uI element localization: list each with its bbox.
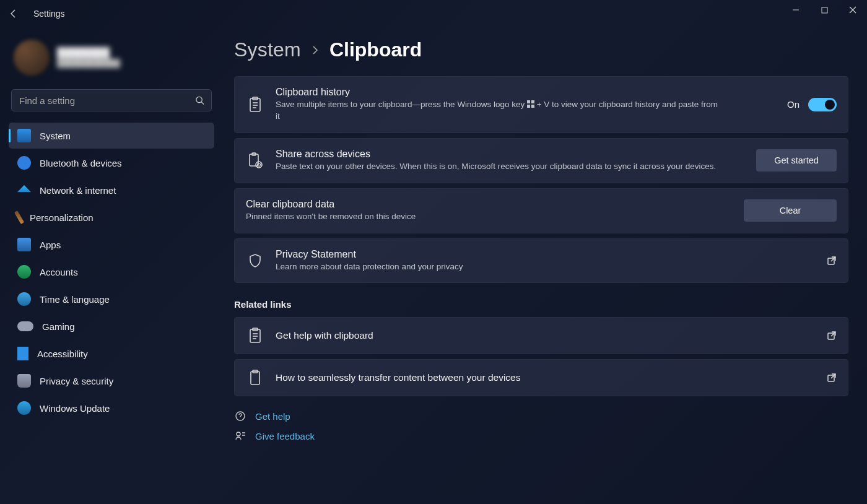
card-desc: Paste text on your other devices. When t…	[276, 161, 721, 173]
svg-rect-1	[822, 7, 827, 13]
nav-accounts[interactable]: Accounts	[9, 259, 214, 285]
back-button[interactable]	[0, 0, 27, 27]
user-profile[interactable]: ████████ ████████████	[9, 33, 214, 87]
update-icon	[17, 401, 31, 415]
nav-label: Accounts	[40, 267, 78, 277]
svg-rect-15	[250, 154, 258, 166]
nav-label: Time & language	[40, 294, 110, 305]
card-title: Share across devices	[276, 149, 756, 160]
close-button[interactable]	[839, 0, 867, 20]
nav-gaming[interactable]: Gaming	[9, 313, 214, 339]
nav-time-language[interactable]: Time & language	[9, 286, 214, 312]
nav-privacy-security[interactable]: Privacy & security	[9, 368, 214, 394]
nav-network-internet[interactable]: Network & internet	[9, 177, 214, 203]
card-title: Clear clipboard data	[246, 199, 744, 210]
feedback-icon	[234, 430, 246, 442]
clock-icon	[17, 292, 31, 306]
shield-icon	[246, 253, 264, 268]
clipboard-history-toggle[interactable]	[808, 98, 837, 111]
nav-system[interactable]: System	[9, 123, 214, 149]
svg-point-4	[196, 97, 202, 102]
maximize-icon	[821, 7, 828, 14]
bluetooth-icon	[17, 156, 31, 170]
related-links-heading: Related links	[234, 299, 848, 310]
card-privacy-statement[interactable]: Privacy Statement Learn more about data …	[234, 238, 848, 284]
search-input[interactable]	[11, 89, 212, 111]
breadcrumb-parent[interactable]: System	[234, 38, 301, 61]
breadcrumb: System Clipboard	[234, 38, 848, 61]
breadcrumb-current: Clipboard	[329, 38, 422, 61]
person-icon	[17, 265, 31, 279]
display-icon	[17, 129, 31, 142]
paintbrush-icon	[14, 211, 24, 224]
related-link-label: How to seamlessly transfer content betwe…	[276, 372, 827, 383]
wifi-icon	[17, 185, 31, 195]
card-title: Privacy Statement	[276, 249, 827, 260]
avatar	[14, 40, 50, 76]
clipboard-icon	[246, 97, 264, 113]
minimize-button[interactable]	[782, 0, 810, 20]
nav-label: Windows Update	[40, 403, 110, 414]
open-external-icon	[827, 256, 837, 266]
related-link-seamless-transfer[interactable]: How to seamlessly transfer content betwe…	[234, 359, 848, 396]
accessibility-icon	[17, 347, 28, 360]
svg-point-29	[237, 432, 240, 436]
gamepad-icon	[17, 321, 33, 331]
clipboard-icon	[246, 370, 264, 386]
arrow-left-icon	[9, 9, 19, 19]
nav-label: Privacy & security	[40, 376, 113, 386]
svg-rect-11	[527, 100, 530, 103]
nav-label: Gaming	[42, 321, 75, 332]
clear-button[interactable]: Clear	[744, 199, 837, 222]
card-title: Clipboard history	[276, 87, 787, 98]
apps-icon	[17, 238, 31, 251]
card-desc: Learn more about data protection and you…	[276, 261, 721, 273]
maximize-button[interactable]	[810, 0, 839, 20]
nav-windows-update[interactable]: Windows Update	[9, 395, 214, 421]
shield-icon	[17, 374, 31, 388]
card-clear-clipboard: Clear clipboard data Pinned items won't …	[234, 188, 848, 233]
app-title: Settings	[33, 9, 65, 19]
svg-rect-13	[527, 105, 530, 108]
minimize-icon	[792, 6, 799, 14]
nav-apps[interactable]: Apps	[9, 232, 214, 258]
give-feedback-link[interactable]: Give feedback	[255, 431, 315, 441]
card-share-across-devices: Share across devices Paste text on your …	[234, 138, 848, 183]
related-link-label: Get help with clipboard	[276, 330, 827, 341]
toggle-label: On	[787, 99, 799, 110]
card-desc: Pinned items won't be removed on this de…	[246, 211, 692, 223]
nav-label: Personalization	[30, 212, 94, 223]
nav-label: Bluetooth & devices	[40, 158, 122, 168]
related-link-get-help-clipboard[interactable]: Get help with clipboard	[234, 317, 848, 354]
nav-label: Network & internet	[40, 185, 116, 196]
nav-label: Apps	[40, 240, 61, 250]
nav-accessibility[interactable]: Accessibility	[9, 341, 214, 367]
clipboard-sync-icon	[246, 152, 264, 168]
svg-point-17	[256, 162, 262, 168]
windows-logo-icon	[527, 100, 534, 108]
svg-rect-25	[251, 371, 259, 385]
nav-label: System	[40, 131, 71, 141]
get-help-link[interactable]: Get help	[255, 411, 290, 422]
nav-bluetooth-devices[interactable]: Bluetooth & devices	[9, 150, 214, 176]
clipboard-icon	[246, 328, 264, 344]
open-external-icon	[827, 373, 837, 383]
svg-line-5	[201, 102, 204, 105]
nav-label: Accessibility	[37, 349, 88, 359]
open-external-icon	[827, 331, 837, 341]
close-icon	[849, 6, 856, 14]
chevron-right-icon	[311, 46, 320, 54]
card-clipboard-history: Clipboard history Save multiple items to…	[234, 76, 848, 133]
nav-personalization[interactable]: Personalization	[9, 204, 214, 230]
get-started-button[interactable]: Get started	[756, 149, 837, 172]
card-desc: Save multiple items to your clipboard—pr…	[276, 99, 721, 123]
help-icon	[234, 410, 246, 422]
search-icon	[195, 96, 204, 105]
